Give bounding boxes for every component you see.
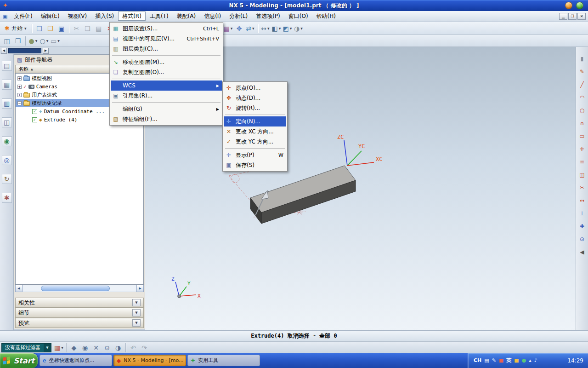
menubar-item-0[interactable]: 文件(F) xyxy=(10,12,36,21)
menu-item-layer-settings[interactable]: ▦图层设置(S)...Ctrl+L xyxy=(111,23,222,34)
rectangle-tool-icon[interactable]: ▭ xyxy=(577,132,587,141)
menubar-item-1[interactable]: 编辑(E) xyxy=(37,12,64,21)
wcs-xc-axis[interactable] xyxy=(347,162,374,166)
cascade-layout-icon[interactable]: ❐ xyxy=(12,36,23,46)
section-dependencies[interactable]: 相关性▼ xyxy=(15,298,144,308)
synchronous-modeling-icon[interactable]: ⇄▼ xyxy=(245,23,256,34)
fit-view-icon[interactable]: ▮ xyxy=(577,54,587,63)
section-preview-expand-button[interactable]: ▼ xyxy=(132,319,141,327)
filter-dropdown-icon[interactable]: ▼ xyxy=(44,344,51,352)
menubar-item-7[interactable]: 信息(I) xyxy=(200,12,225,21)
section-view-icon[interactable]: ◧▼ xyxy=(271,23,282,34)
wcs-yc-axis[interactable] xyxy=(347,151,362,166)
keyboard-tray-icon[interactable]: ▤ xyxy=(484,357,489,364)
end-point-snap-icon[interactable]: ◆ xyxy=(68,343,79,353)
tree-item-extrude-checkbox[interactable]: ✓ xyxy=(32,117,37,122)
tree-expander-icon[interactable]: + xyxy=(17,85,22,89)
snap-view-icon[interactable]: ▭▼ xyxy=(50,36,61,46)
arc-tool-icon[interactable]: ◠ xyxy=(577,93,587,102)
sketch-pencil-icon[interactable]: ✎ xyxy=(577,67,587,76)
pattern-feature-icon-dropdown[interactable]: ▼ xyxy=(231,27,233,30)
submenu-item-display[interactable]: ✛显示(P)W xyxy=(224,150,286,160)
start-button[interactable]: Start xyxy=(0,353,38,368)
measure-icon[interactable]: ↔▼ xyxy=(260,23,271,34)
docked-panel-tab[interactable] xyxy=(8,48,41,53)
tree-horizontal-scrollbar[interactable]: ◀ ▶ xyxy=(15,285,144,292)
submenu-item-change-xc[interactable]: ✕更改 XC 方向... xyxy=(224,126,286,137)
language-indicator[interactable]: CH xyxy=(474,357,481,364)
intersection-snap-icon[interactable]: ✕ xyxy=(90,343,102,353)
snap-point-grid-icon[interactable]: ▦▼ xyxy=(53,343,64,353)
mdi-close-button[interactable]: ✕ xyxy=(577,13,586,20)
menubar-item-10[interactable]: 窗口(O) xyxy=(284,12,312,21)
menu-item-layer-category[interactable]: ▥图层类别(C)... xyxy=(111,44,222,54)
maximize-layout-icon[interactable]: ◫ xyxy=(1,36,12,46)
minimize-window-button[interactable] xyxy=(565,2,572,9)
section-preview[interactable]: 预览▼ xyxy=(15,318,144,328)
shaded-mode-icon-dropdown[interactable]: ▼ xyxy=(35,39,38,42)
submenu-item-origin[interactable]: ✛原点(O)... xyxy=(224,83,286,93)
submenu-item-orient[interactable]: ✛定向(N)... xyxy=(224,116,286,126)
point-tool-icon[interactable]: ✛ xyxy=(577,144,587,154)
tree-expander-icon[interactable]: − xyxy=(17,101,22,105)
menubar-item-11[interactable]: 帮助(H) xyxy=(312,12,340,21)
collapse-left-icon[interactable]: ◀ xyxy=(1,48,7,54)
ime-pen-tray-icon[interactable]: ✎ xyxy=(492,357,496,364)
history-palette-tab[interactable]: ↻ xyxy=(2,174,12,184)
wireframe-mode-icon[interactable]: ○▼ xyxy=(39,36,50,46)
cut-icon[interactable]: ✂ xyxy=(71,23,82,34)
section-view-icon-dropdown[interactable]: ▼ xyxy=(279,27,281,30)
part-navigator-tab[interactable]: ▥ xyxy=(2,98,12,109)
volume-tray-icon[interactable]: ♪ xyxy=(534,357,537,364)
roles-palette-tab[interactable]: ✱ xyxy=(2,193,12,203)
start-menu-button[interactable]: ✱ 开始 ▼ xyxy=(1,23,30,33)
menu-item-visible-in-view[interactable]: ▤视图中的可见层(V)...Ctrl+Shift+V xyxy=(111,34,222,44)
web-browser-tab[interactable]: ◎ xyxy=(2,155,12,165)
menubar-item-8[interactable]: 分析(L) xyxy=(225,12,252,21)
mdi-minimize-button[interactable]: ▁ xyxy=(559,13,567,20)
copy-icon[interactable]: ❏ xyxy=(82,23,93,34)
hd3d-tools-tab[interactable]: ◉ xyxy=(2,136,12,146)
line-tool-icon[interactable]: ╱ xyxy=(577,80,587,89)
ime-punct-tray-icon[interactable]: ■ xyxy=(514,357,519,364)
mdi-restore-button[interactable]: ❐ xyxy=(568,13,577,20)
new-part-icon[interactable]: ❑ xyxy=(34,23,45,34)
menu-item-reference-sets[interactable]: ▣引用集(R)... xyxy=(111,91,222,101)
circle-tool-icon[interactable]: ○ xyxy=(577,106,587,115)
section-dependencies-expand-button[interactable]: ▼ xyxy=(132,299,141,306)
submenu-item-rotate[interactable]: ↻旋转(R)... xyxy=(224,103,286,113)
menubar-item-3[interactable]: 插入(S) xyxy=(91,12,118,21)
reuse-library-tab[interactable]: ◫ xyxy=(2,117,12,127)
tree-item-datum-csys-checkbox[interactable]: ✓ xyxy=(32,109,37,114)
next-selection-icon[interactable]: ↷ xyxy=(139,343,150,353)
render-style-icon-dropdown[interactable]: ▼ xyxy=(300,27,303,30)
menu-item-copy-to-layer[interactable]: ❏复制至图层(O)... xyxy=(111,67,222,77)
fillet-tool-icon[interactable]: ∩ xyxy=(577,119,587,128)
scroll-right-icon[interactable]: ▶ xyxy=(136,285,144,292)
menubar-item-2[interactable]: 视图(V) xyxy=(64,12,91,21)
menubar-item-6[interactable]: 装配(A) xyxy=(173,12,200,21)
submenu-item-change-yc[interactable]: ✓更改 YC 方向... xyxy=(224,137,286,147)
snap-view-icon-dropdown[interactable]: ▼ xyxy=(57,39,60,42)
quadrant-snap-icon[interactable]: ◑ xyxy=(113,343,124,353)
show-hidden-tray-icon[interactable]: ▴ xyxy=(529,357,531,364)
taskbar-task-nx[interactable]: ◆NX 5 - Modeling - [mo... xyxy=(113,355,186,366)
constraints-icon[interactable]: ⊥ xyxy=(577,209,587,218)
save-icon[interactable]: ▣ xyxy=(56,23,67,34)
section-details[interactable]: 细节▼ xyxy=(15,308,144,318)
tree-expander-icon[interactable]: + xyxy=(17,76,22,80)
previous-selection-icon[interactable]: ↶ xyxy=(128,343,139,353)
assembly-navigator-tab[interactable]: ▤ xyxy=(2,61,12,71)
move-object-icon[interactable]: ✥ xyxy=(234,23,245,34)
menu-item-feature-group[interactable]: ▧特征编组(F)... xyxy=(111,114,222,124)
sort-ascending-icon[interactable]: ▲ xyxy=(31,67,33,71)
taskbar-task-utility[interactable]: ✦实用工具 xyxy=(187,355,260,366)
ime-mode-tray-icon[interactable]: ■ xyxy=(499,357,503,364)
collapse-panel-icon[interactable]: ◀ xyxy=(577,247,587,257)
section-details-expand-button[interactable]: ▼ xyxy=(132,309,141,316)
show-constraints-icon[interactable]: ⊙ xyxy=(577,235,587,244)
menubar-item-4[interactable]: 格式(R) xyxy=(118,12,146,21)
constraint-navigator-tab[interactable]: ▦ xyxy=(2,80,12,90)
ime-eng-indicator[interactable]: 英 xyxy=(506,357,511,364)
orient-view-icon[interactable]: ◩▼ xyxy=(282,23,293,34)
